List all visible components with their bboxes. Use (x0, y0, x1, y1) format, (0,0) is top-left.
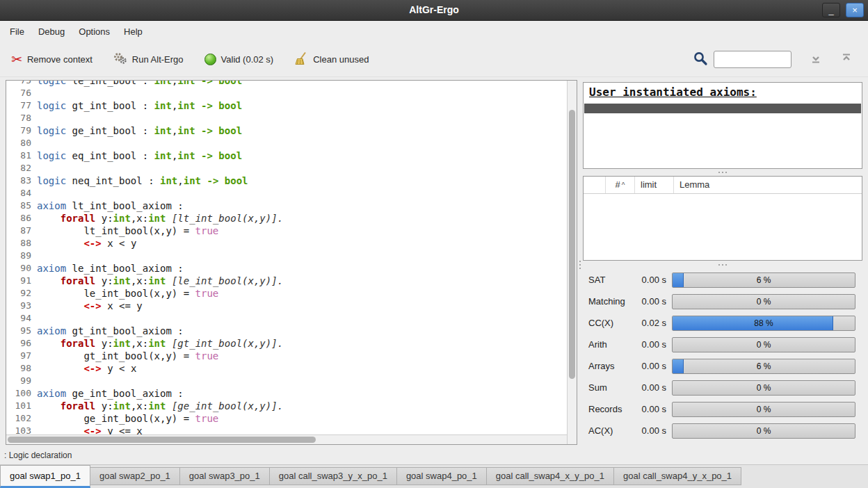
code-text: <-> y < x (37, 362, 136, 375)
code-text: axiom lt_int_bool_axiom : (37, 200, 184, 212)
stat-time: 0.02 s (638, 318, 666, 328)
line-number: 90 (6, 262, 37, 275)
stat-label: Sum (583, 382, 638, 393)
clean-unused-button[interactable]: Clean unused (294, 51, 369, 67)
minimize-button[interactable]: _ (822, 3, 840, 17)
lemma-table[interactable]: #^ limit Lemma (583, 176, 862, 261)
title-bar: AltGr-Ergo _ × (0, 0, 868, 21)
code-line: 99 (6, 375, 577, 387)
right-panel: User instantiated axioms: #^ limit Lemma… (583, 80, 862, 445)
window-title: AltGr-Ergo (0, 0, 868, 20)
code-line: 101 forall y:int,x:int [ge_int_bool(x,y)… (6, 400, 577, 412)
horizontal-scrollbar-thumb[interactable] (8, 437, 316, 443)
tab-goal-call-swap4-x-y-po-1[interactable]: goal call_swap4_x_y_po_1 (486, 467, 614, 485)
code-line: 100axiom ge_int_bool_axiom : (6, 387, 577, 400)
progress-bar: 6 % (672, 359, 855, 374)
tab-goal-swap4-po-1[interactable]: goal swap4_po_1 (396, 467, 487, 485)
lemma-col-limit[interactable]: limit (635, 177, 674, 193)
code-text: axiom ge_int_bool_axiom : (37, 387, 184, 400)
splitter-handle-top[interactable] (583, 170, 862, 174)
line-number: 95 (6, 325, 37, 337)
menu-help[interactable]: Help (117, 21, 150, 42)
tab-goal-call-swap4-y-x-po-1[interactable]: goal call_swap4_y_x_po_1 (613, 467, 741, 485)
sort-ascending-icon: ^ (622, 181, 625, 189)
progress-bar-text: 0 % (673, 295, 855, 309)
stat-row-acx: AC(X)0.00 s0 % (583, 420, 862, 441)
vertical-scrollbar-thumb[interactable] (569, 110, 575, 379)
menu-options[interactable]: Options (72, 21, 117, 42)
lemma-col-lemma[interactable]: Lemma (674, 177, 862, 193)
line-number: 78 (6, 112, 37, 124)
tab-goal-call-swap3-y-x-po-1[interactable]: goal call_swap3_y_x_po_1 (269, 467, 397, 485)
tab-goal-swap2-po-1[interactable]: goal swap2_po_1 (90, 467, 180, 485)
line-number: 81 (6, 149, 37, 162)
line-number: 97 (6, 350, 37, 362)
line-number: 88 (6, 237, 37, 250)
stat-time: 0.00 s (638, 425, 666, 436)
code-text: gt_int_bool(x,y) = true (37, 350, 218, 362)
stat-label: Arrays (583, 361, 638, 371)
progress-bar: 88 % (672, 316, 855, 331)
stat-time: 0.00 s (638, 361, 666, 371)
clean-unused-label: Clean unused (313, 54, 369, 65)
stat-row-records: Records0.00 s0 % (583, 398, 862, 420)
arrow-down-icon[interactable] (810, 52, 822, 67)
code-line: 86 forall y:int,x:int [lt_int_bool(x,y)]… (6, 212, 577, 225)
line-number: 102 (6, 412, 37, 425)
stat-time: 0.00 s (638, 404, 666, 414)
search-icon[interactable] (693, 51, 708, 69)
progress-bar-text: 0 % (673, 381, 855, 395)
menu-bar: FileDebugOptionsHelp (0, 21, 868, 42)
code-line: 82 (6, 162, 577, 174)
line-number: 98 (6, 362, 37, 375)
code-text: ge_int_bool(x,y) = true (37, 412, 218, 425)
run-altergo-button[interactable]: Run Alt-Ergo (113, 51, 184, 67)
valid-status-icon (204, 54, 216, 65)
code-text: forall y:int,x:int [le_int_bool(x,y)]. (37, 275, 283, 287)
remove-context-button[interactable]: ✂ Remove context (11, 53, 93, 66)
code-line: 89 (6, 250, 577, 262)
progress-bar: 0 % (672, 423, 855, 439)
user-axioms-panel[interactable]: User instantiated axioms: (583, 82, 862, 169)
menu-file[interactable]: File (3, 21, 31, 42)
code-text: lt_int_bool(x,y) = true (37, 225, 218, 237)
code-line: 102 ge_int_bool(x,y) = true (6, 412, 577, 425)
code-text: <-> x < y (37, 237, 136, 250)
stat-row-sat: SAT0.00 s6 % (583, 269, 862, 291)
arrow-up-icon[interactable] (840, 52, 853, 67)
horizontal-scrollbar[interactable] (6, 434, 567, 444)
code-line: 94 (6, 312, 577, 325)
code-text: logic eq_int_bool : int,int -> bool (37, 149, 242, 162)
tab-goal-swap1-po-1[interactable]: goal swap1_po_1 (0, 465, 90, 488)
lemma-col-hash[interactable]: #^ (606, 177, 635, 193)
code-text: logic le_int_bool : int,int -> bool (37, 80, 242, 87)
status-bar: : Logic declaration (0, 450, 868, 464)
progress-bar: 0 % (672, 380, 855, 396)
valid-status-label: Valid (0.02 s) (221, 54, 274, 65)
code-line: 80 (6, 137, 577, 149)
menu-debug[interactable]: Debug (31, 21, 72, 42)
stat-row-arith: Arith0.00 s0 % (583, 334, 862, 355)
code-line: 78 (6, 112, 577, 124)
code-line: 87 lt_int_bool(x,y) = true (6, 225, 577, 237)
line-number: 79 (6, 124, 37, 137)
tab-goal-swap3-po-1[interactable]: goal swap3_po_1 (179, 467, 270, 485)
code-line: 79logic ge_int_bool : int,int -> bool (6, 124, 577, 137)
search-input[interactable] (714, 51, 791, 68)
close-button[interactable]: × (846, 3, 864, 17)
vertical-scrollbar[interactable] (567, 81, 577, 444)
code-text: axiom le_int_bool_axiom : (37, 262, 184, 275)
code-line: 88 <-> x < y (6, 237, 577, 250)
code-line: 97 gt_int_bool(x,y) = true (6, 350, 577, 362)
splitter-handle-vertical[interactable] (577, 256, 583, 274)
splitter-handle-bottom[interactable] (583, 263, 862, 267)
code-text: logic neq_int_bool : int,int -> bool (37, 174, 248, 187)
stat-label: CC(X) (583, 318, 638, 328)
valid-status: Valid (0.02 s) (204, 54, 274, 65)
axiom-list-selected-row (584, 104, 861, 113)
code-text: logic gt_int_bool : int,int -> bool (37, 99, 242, 112)
line-number: 93 (6, 300, 37, 312)
line-number: 80 (6, 137, 37, 149)
code-line: 77logic gt_int_bool : int,int -> bool (6, 99, 577, 112)
code-editor[interactable]: 75logic le_int_bool : int,int -> bool767… (6, 80, 577, 445)
